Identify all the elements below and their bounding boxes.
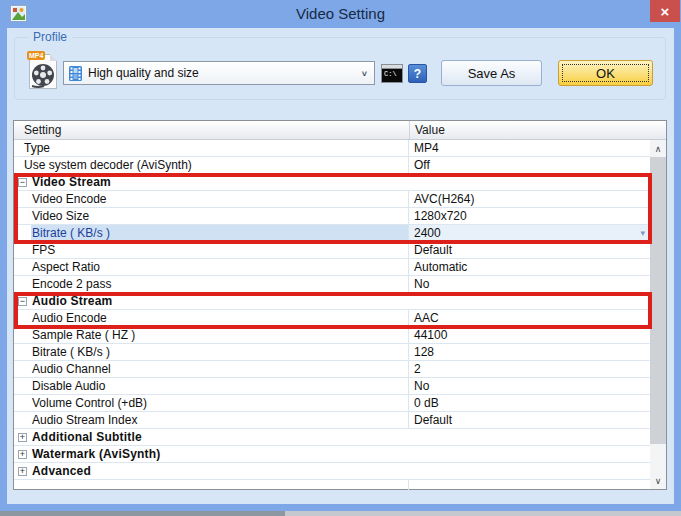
help-button[interactable]: ? [408,64,427,83]
value-text: Off [414,158,430,172]
ok-focus-ring: OK [562,64,649,82]
scrollbar-thumb[interactable] [650,157,666,444]
setting-cell: Audio Channel [14,361,409,377]
film-icon [69,66,82,81]
group-label: Audio Stream [32,294,112,308]
value-text: Default [414,413,452,427]
value-text: 0 dB [414,396,439,410]
collapse-icon[interactable]: − [18,178,27,187]
value-cell[interactable]: Default [409,412,650,428]
table-row[interactable]: −Audio Stream [14,293,650,310]
table-header[interactable]: Setting Value [14,121,666,140]
table-row[interactable]: TypeMP4 [14,140,650,157]
table-row[interactable]: Sample Rate ( HZ )44100 [14,327,650,344]
group-label: Advanced [32,464,91,478]
close-button[interactable]: × [650,0,680,22]
video-setting-window: Video Setting × Profile M [0,0,681,511]
value-cell[interactable]: AVC(H264) [409,191,650,207]
column-header-setting[interactable]: Setting [14,121,410,139]
setting-cell: Volume Control (+dB) [14,395,409,411]
vertical-scrollbar[interactable]: ∧ ∨ [650,140,666,489]
value-cell[interactable]: 2400▾ [409,225,650,241]
table-row[interactable]: −Video Stream [14,174,650,191]
expand-icon[interactable]: + [18,467,27,476]
table-row[interactable]: Disable AudioNo [14,378,650,395]
value-cell[interactable]: MP4 [409,140,650,156]
profile-dropdown-value: High quality and size [88,66,361,80]
value-text: No [414,379,429,393]
help-icon: ? [414,67,421,81]
setting-cell: Type [14,140,409,156]
value-cell[interactable]: 128 [409,344,650,360]
table-row[interactable]: FPSDefault [14,242,650,259]
table-body: TypeMP4Use system decoder (AviSynth)Off−… [14,140,666,490]
collapse-icon[interactable]: − [18,297,27,306]
setting-cell: Encode 2 pass [14,276,409,292]
scroll-up-button[interactable]: ∧ [650,140,666,157]
table-row[interactable]: +Additional Subtitle [14,429,650,446]
setting-cell: Disable Audio [14,378,409,394]
expand-icon[interactable]: + [18,433,27,442]
ok-label: OK [596,66,615,81]
table-row[interactable]: Audio Channel2 [14,361,650,378]
window-title: Video Setting [0,5,681,22]
table-row[interactable]: +Advanced [14,463,650,480]
scroll-down-button[interactable]: ∨ [650,472,666,489]
table-row[interactable]: Bitrate ( KB/s )2400▾ [14,225,650,242]
table-row[interactable]: Use system decoder (AviSynth)Off [14,157,650,174]
ok-button[interactable]: OK [558,60,653,86]
setting-cell: Bitrate ( KB/s ) [14,225,409,241]
value-cell[interactable]: No [409,276,650,292]
table-row[interactable]: Video Size1280x720 [14,208,650,225]
table-row[interactable]: Audio Stream IndexDefault [14,412,650,429]
expand-icon[interactable]: + [18,450,27,459]
value-text: 1280x720 [414,209,467,223]
table-row[interactable]: Video EncodeAVC(H264) [14,191,650,208]
scroll-up-icon: ∧ [655,144,662,154]
value-cell[interactable]: 44100 [409,327,650,343]
dropdown-arrow-icon[interactable]: ▾ [640,228,645,238]
value-text: 2 [414,362,421,376]
mp4-badge: MP4 [27,51,45,60]
value-text: Automatic [414,260,467,274]
mp4-file-icon: MP4 [27,51,57,89]
profile-groupbox: Profile MP4 [14,37,666,100]
setting-cell: Use system decoder (AviSynth) [14,157,409,173]
save-as-button[interactable]: Save As [441,60,542,86]
settings-table: Setting Value TypeMP4Use system decoder … [13,120,667,490]
setting-cell: Sample Rate ( HZ ) [14,327,409,343]
value-cell[interactable]: Default [409,242,650,258]
profile-dropdown[interactable]: High quality and size ∨ [63,61,375,85]
setting-cell: Bitrate ( KB/s ) [14,344,409,360]
table-row[interactable]: Bitrate ( KB/s )128 [14,344,650,361]
group-label: Watermark (AviSynth) [32,447,160,461]
titlebar[interactable]: Video Setting × [0,0,681,28]
command-line-button[interactable]: C:\ [381,64,403,83]
value-cell[interactable]: Off [409,157,650,173]
table-row[interactable]: Aspect RatioAutomatic [14,259,650,276]
value-cell[interactable]: Automatic [409,259,650,275]
value-cell[interactable]: AAC [409,310,650,326]
setting-cell: Aspect Ratio [14,259,409,275]
setting-cell: FPS [14,242,409,258]
value-cell[interactable]: No [409,378,650,394]
group-label: Additional Subtitle [32,430,142,444]
table-row[interactable]: Audio EncodeAAC [14,310,650,327]
value-text: AAC [414,311,439,325]
chevron-down-icon: ∨ [361,69,368,78]
table-row[interactable]: Volume Control (+dB)0 dB [14,395,650,412]
table-row[interactable]: +Watermark (AviSynth) [14,446,650,463]
value-text: 2400 [414,226,441,240]
value-text: MP4 [414,141,439,155]
scroll-down-icon: ∨ [655,476,662,486]
table-row[interactable]: Encode 2 passNo [14,276,650,293]
value-cell[interactable]: 0 dB [409,395,650,411]
value-cell[interactable]: 1280x720 [409,208,650,224]
profile-label: Profile [28,30,72,44]
value-text: AVC(H264) [414,192,474,206]
value-text: Default [414,243,452,257]
column-header-value[interactable]: Value [410,121,666,139]
value-cell[interactable]: 2 [409,361,650,377]
value-text: No [414,277,429,291]
table-filler [14,480,650,490]
